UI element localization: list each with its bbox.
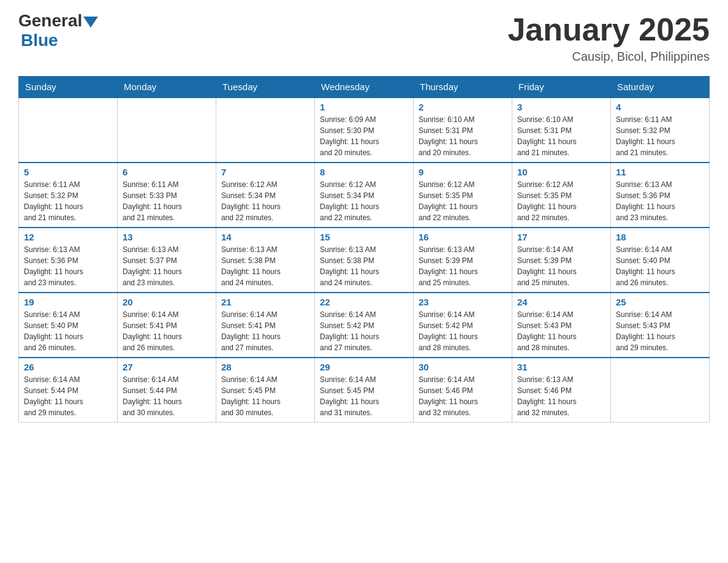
weekday-header-monday: Monday xyxy=(118,77,216,98)
day-info: Sunrise: 6:09 AMSunset: 5:30 PMDaylight:… xyxy=(320,114,408,158)
day-number: 15 xyxy=(320,232,408,242)
day-number: 11 xyxy=(616,167,704,177)
day-number: 29 xyxy=(320,362,408,372)
day-number: 14 xyxy=(221,232,309,242)
day-info: Sunrise: 6:14 AMSunset: 5:44 PMDaylight:… xyxy=(123,374,211,418)
day-number: 6 xyxy=(123,167,211,177)
calendar-cell xyxy=(611,358,710,423)
day-info: Sunrise: 6:10 AMSunset: 5:31 PMDaylight:… xyxy=(517,114,605,158)
day-number: 31 xyxy=(517,362,605,372)
location-text: Causip, Bicol, Philippines xyxy=(507,50,710,64)
week-row-4: 19Sunrise: 6:14 AMSunset: 5:40 PMDayligh… xyxy=(19,293,710,358)
weekday-header-saturday: Saturday xyxy=(611,77,710,98)
week-row-5: 26Sunrise: 6:14 AMSunset: 5:44 PMDayligh… xyxy=(19,358,710,423)
day-info: Sunrise: 6:14 AMSunset: 5:40 PMDaylight:… xyxy=(24,309,112,353)
title-area: January 2025 Causip, Bicol, Philippines xyxy=(507,12,710,64)
month-title: January 2025 xyxy=(507,12,710,47)
day-info: Sunrise: 6:13 AMSunset: 5:39 PMDaylight:… xyxy=(419,244,507,288)
day-info: Sunrise: 6:13 AMSunset: 5:46 PMDaylight:… xyxy=(517,374,605,418)
calendar-cell: 20Sunrise: 6:14 AMSunset: 5:41 PMDayligh… xyxy=(118,293,216,358)
day-info: Sunrise: 6:14 AMSunset: 5:45 PMDaylight:… xyxy=(221,374,309,418)
day-info: Sunrise: 6:14 AMSunset: 5:46 PMDaylight:… xyxy=(419,374,507,418)
day-number: 4 xyxy=(616,102,704,112)
day-info: Sunrise: 6:11 AMSunset: 5:33 PMDaylight:… xyxy=(123,179,211,223)
day-info: Sunrise: 6:11 AMSunset: 5:32 PMDaylight:… xyxy=(616,114,704,158)
day-number: 8 xyxy=(320,167,408,177)
week-row-3: 12Sunrise: 6:13 AMSunset: 5:36 PMDayligh… xyxy=(19,228,710,293)
calendar-cell xyxy=(118,98,216,163)
day-number: 19 xyxy=(24,297,112,307)
calendar-cell: 27Sunrise: 6:14 AMSunset: 5:44 PMDayligh… xyxy=(118,358,216,423)
logo: General Blue xyxy=(18,12,98,50)
day-info: Sunrise: 6:14 AMSunset: 5:39 PMDaylight:… xyxy=(517,244,605,288)
calendar-cell: 3Sunrise: 6:10 AMSunset: 5:31 PMDaylight… xyxy=(512,98,611,163)
day-number: 2 xyxy=(419,102,507,112)
calendar-cell xyxy=(216,98,315,163)
logo-triangle-icon xyxy=(83,17,98,28)
calendar-cell: 7Sunrise: 6:12 AMSunset: 5:34 PMDaylight… xyxy=(216,163,315,228)
week-row-1: 1Sunrise: 6:09 AMSunset: 5:30 PMDaylight… xyxy=(19,98,710,163)
calendar-cell: 2Sunrise: 6:10 AMSunset: 5:31 PMDaylight… xyxy=(414,98,512,163)
day-info: Sunrise: 6:14 AMSunset: 5:44 PMDaylight:… xyxy=(24,374,112,418)
calendar-cell: 4Sunrise: 6:11 AMSunset: 5:32 PMDaylight… xyxy=(611,98,710,163)
calendar-cell: 12Sunrise: 6:13 AMSunset: 5:36 PMDayligh… xyxy=(19,228,118,293)
weekday-header-thursday: Thursday xyxy=(414,77,512,98)
day-info: Sunrise: 6:14 AMSunset: 5:42 PMDaylight:… xyxy=(419,309,507,353)
page-header: General Blue January 2025 Causip, Bicol,… xyxy=(18,12,710,64)
calendar-cell: 13Sunrise: 6:13 AMSunset: 5:37 PMDayligh… xyxy=(118,228,216,293)
day-number: 16 xyxy=(419,232,507,242)
calendar-table: SundayMondayTuesdayWednesdayThursdayFrid… xyxy=(18,76,710,423)
week-row-2: 5Sunrise: 6:11 AMSunset: 5:32 PMDaylight… xyxy=(19,163,710,228)
calendar-cell: 28Sunrise: 6:14 AMSunset: 5:45 PMDayligh… xyxy=(216,358,315,423)
calendar-cell: 26Sunrise: 6:14 AMSunset: 5:44 PMDayligh… xyxy=(19,358,118,423)
calendar-cell: 18Sunrise: 6:14 AMSunset: 5:40 PMDayligh… xyxy=(611,228,710,293)
day-number: 5 xyxy=(24,167,112,177)
calendar-cell: 15Sunrise: 6:13 AMSunset: 5:38 PMDayligh… xyxy=(315,228,414,293)
day-info: Sunrise: 6:14 AMSunset: 5:40 PMDaylight:… xyxy=(616,244,704,288)
day-number: 12 xyxy=(24,232,112,242)
calendar-cell: 24Sunrise: 6:14 AMSunset: 5:43 PMDayligh… xyxy=(512,293,611,358)
calendar-cell: 22Sunrise: 6:14 AMSunset: 5:42 PMDayligh… xyxy=(315,293,414,358)
day-info: Sunrise: 6:12 AMSunset: 5:35 PMDaylight:… xyxy=(419,179,507,223)
day-number: 1 xyxy=(320,102,408,112)
calendar-cell: 5Sunrise: 6:11 AMSunset: 5:32 PMDaylight… xyxy=(19,163,118,228)
calendar-cell: 14Sunrise: 6:13 AMSunset: 5:38 PMDayligh… xyxy=(216,228,315,293)
calendar-cell: 19Sunrise: 6:14 AMSunset: 5:40 PMDayligh… xyxy=(19,293,118,358)
calendar-cell: 29Sunrise: 6:14 AMSunset: 5:45 PMDayligh… xyxy=(315,358,414,423)
weekday-header-row: SundayMondayTuesdayWednesdayThursdayFrid… xyxy=(19,77,710,98)
calendar-cell: 30Sunrise: 6:14 AMSunset: 5:46 PMDayligh… xyxy=(414,358,512,423)
day-info: Sunrise: 6:13 AMSunset: 5:36 PMDaylight:… xyxy=(24,244,112,288)
calendar-cell: 16Sunrise: 6:13 AMSunset: 5:39 PMDayligh… xyxy=(414,228,512,293)
logo-general-text: General xyxy=(18,12,82,29)
day-info: Sunrise: 6:13 AMSunset: 5:38 PMDaylight:… xyxy=(320,244,408,288)
day-number: 24 xyxy=(517,297,605,307)
day-number: 13 xyxy=(123,232,211,242)
calendar-cell: 23Sunrise: 6:14 AMSunset: 5:42 PMDayligh… xyxy=(414,293,512,358)
calendar-cell: 21Sunrise: 6:14 AMSunset: 5:41 PMDayligh… xyxy=(216,293,315,358)
calendar-cell: 17Sunrise: 6:14 AMSunset: 5:39 PMDayligh… xyxy=(512,228,611,293)
calendar-cell: 6Sunrise: 6:11 AMSunset: 5:33 PMDaylight… xyxy=(118,163,216,228)
weekday-header-tuesday: Tuesday xyxy=(216,77,315,98)
calendar-cell: 25Sunrise: 6:14 AMSunset: 5:43 PMDayligh… xyxy=(611,293,710,358)
day-number: 9 xyxy=(419,167,507,177)
day-number: 28 xyxy=(221,362,309,372)
day-info: Sunrise: 6:10 AMSunset: 5:31 PMDaylight:… xyxy=(419,114,507,158)
day-info: Sunrise: 6:13 AMSunset: 5:38 PMDaylight:… xyxy=(221,244,309,288)
day-number: 27 xyxy=(123,362,211,372)
day-info: Sunrise: 6:12 AMSunset: 5:34 PMDaylight:… xyxy=(320,179,408,223)
day-number: 10 xyxy=(517,167,605,177)
day-info: Sunrise: 6:13 AMSunset: 5:36 PMDaylight:… xyxy=(616,179,704,223)
day-number: 30 xyxy=(419,362,507,372)
day-info: Sunrise: 6:14 AMSunset: 5:42 PMDaylight:… xyxy=(320,309,408,353)
day-info: Sunrise: 6:13 AMSunset: 5:37 PMDaylight:… xyxy=(123,244,211,288)
day-number: 20 xyxy=(123,297,211,307)
day-info: Sunrise: 6:11 AMSunset: 5:32 PMDaylight:… xyxy=(24,179,112,223)
day-number: 7 xyxy=(221,167,309,177)
calendar-cell: 9Sunrise: 6:12 AMSunset: 5:35 PMDaylight… xyxy=(414,163,512,228)
calendar-cell: 31Sunrise: 6:13 AMSunset: 5:46 PMDayligh… xyxy=(512,358,611,423)
day-info: Sunrise: 6:14 AMSunset: 5:45 PMDaylight:… xyxy=(320,374,408,418)
weekday-header-sunday: Sunday xyxy=(19,77,118,98)
day-number: 25 xyxy=(616,297,704,307)
day-number: 22 xyxy=(320,297,408,307)
day-number: 18 xyxy=(616,232,704,242)
